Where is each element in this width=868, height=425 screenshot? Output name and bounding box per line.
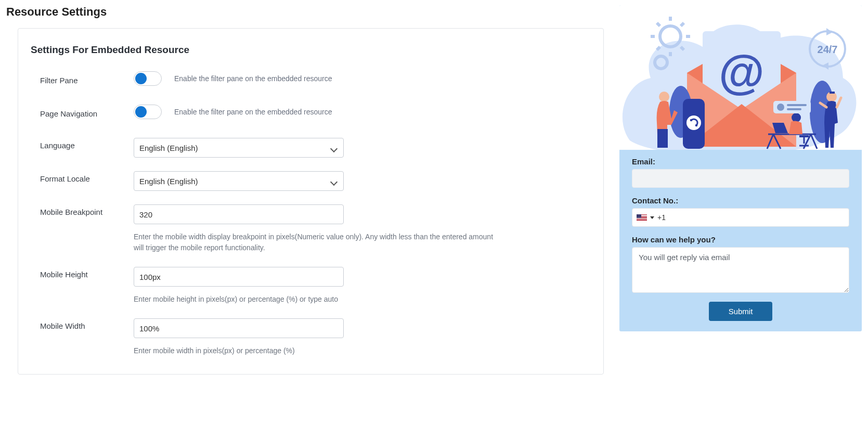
svg-point-30 — [792, 113, 801, 122]
language-row: Language English (English) — [31, 138, 591, 158]
contact-card: 24/7 @ — [619, 5, 862, 331]
phone-input[interactable] — [657, 213, 845, 222]
svg-rect-20 — [657, 129, 668, 148]
language-select[interactable]: English (English) — [134, 138, 344, 158]
mobile-height-input[interactable] — [134, 267, 344, 287]
mobile-breakpoint-row: Mobile Breakpoint Enter the mobile width… — [31, 204, 591, 253]
submit-button[interactable]: Submit — [709, 302, 773, 321]
svg-point-16 — [686, 115, 701, 130]
svg-line-7 — [657, 47, 660, 50]
svg-point-19 — [659, 92, 669, 102]
filter-pane-label: Filter Pane — [31, 73, 134, 85]
filter-pane-row: Filter Pane Enable the filter pane on th… — [31, 71, 591, 86]
mobile-width-row: Mobile Width Enter mobile width in pixel… — [31, 318, 591, 356]
mobile-breakpoint-label: Mobile Breakpoint — [31, 204, 134, 216]
mobile-width-input[interactable] — [134, 318, 344, 338]
page-navigation-label: Page Navigation — [31, 106, 134, 118]
svg-point-35 — [777, 104, 784, 111]
mobile-width-help: Enter mobile width in pixels(px) or perc… — [134, 345, 503, 356]
format-locale-select[interactable]: English (English) — [134, 171, 344, 191]
email-input[interactable] — [632, 169, 849, 188]
svg-line-5 — [657, 23, 660, 26]
settings-card: Settings For Embedded Resource Filter Pa… — [18, 28, 604, 375]
contact-no-label: Contact No.: — [632, 196, 849, 205]
page-navigation-row: Page Navigation Enable the filter pane o… — [31, 105, 591, 119]
page-navigation-desc: Enable the filter pane on the embedded r… — [174, 108, 332, 116]
mobile-height-label: Mobile Height — [31, 267, 134, 279]
language-label: Language — [31, 138, 134, 150]
mobile-height-row: Mobile Height Enter mobile height in pix… — [31, 267, 591, 305]
svg-point-17 — [690, 119, 693, 122]
format-locale-label: Format Locale — [31, 171, 134, 183]
email-label: Email: — [632, 157, 849, 166]
svg-rect-37 — [787, 108, 801, 110]
format-locale-row: Format Locale English (English) — [31, 171, 591, 191]
svg-rect-22 — [830, 92, 835, 94]
card-title: Settings For Embedded Resource — [31, 44, 591, 56]
svg-line-8 — [681, 23, 684, 26]
mobile-width-label: Mobile Width — [31, 318, 134, 330]
mobile-breakpoint-input[interactable] — [134, 204, 344, 224]
message-textarea[interactable] — [632, 247, 849, 293]
flag-us-icon — [637, 214, 647, 221]
svg-rect-36 — [787, 104, 807, 106]
page-navigation-toggle[interactable] — [134, 105, 162, 119]
badge-247-text: 24/7 — [818, 44, 838, 55]
filter-pane-desc: Enable the filter pane on the embedded r… — [174, 74, 332, 83]
mobile-breakpoint-help: Enter the mobile width display breakpoin… — [134, 231, 503, 253]
help-label: How can we help you? — [632, 235, 849, 244]
phone-input-wrap[interactable] — [632, 208, 849, 227]
svg-marker-10 — [826, 28, 833, 35]
page-title: Resource Settings — [6, 5, 604, 19]
at-symbol-icon: @ — [719, 46, 765, 98]
contact-illustration: 24/7 @ — [619, 5, 862, 150]
svg-rect-31 — [799, 135, 809, 137]
mobile-height-help: Enter mobile height in pixels(px) or per… — [134, 294, 503, 305]
svg-line-6 — [681, 47, 684, 50]
country-caret-icon[interactable] — [650, 216, 654, 219]
svg-point-18 — [695, 124, 698, 127]
filter-pane-toggle[interactable] — [134, 71, 162, 86]
